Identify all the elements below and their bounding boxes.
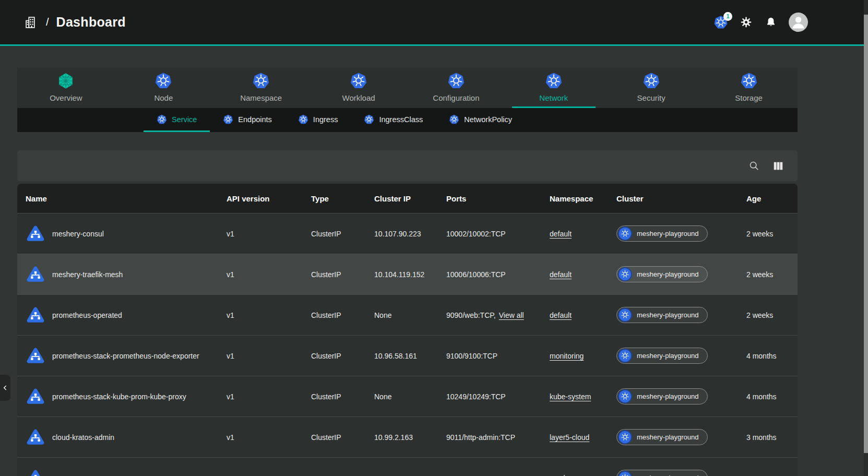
breadcrumb-separator: / (46, 16, 49, 28)
kubernetes-icon (157, 114, 167, 125)
column-header-ports[interactable]: Ports (446, 194, 550, 203)
service-icon (26, 387, 45, 407)
cluster-ip-cell: 10.96.58.161 (374, 352, 446, 360)
service-icon (26, 224, 45, 244)
column-header-name[interactable]: Name (17, 194, 227, 203)
kubernetes-icon (618, 267, 632, 281)
ports-cell: 10006/10006:TCP (446, 270, 550, 279)
kubernetes-icon (618, 227, 632, 241)
tab-security[interactable]: Security (602, 68, 700, 108)
table-row[interactable]: prometheus-stack-prometheus-node-exporte… (17, 335, 798, 376)
kubernetes-context-button[interactable]: 1 (714, 15, 728, 30)
column-header-type[interactable]: Type (311, 194, 374, 203)
scrollbar-thumb[interactable] (864, 15, 868, 453)
column-header-cluster[interactable]: Cluster (616, 194, 746, 203)
tab-storage[interactable]: Storage (700, 68, 798, 108)
cluster-chip[interactable]: meshery-playground (616, 307, 708, 323)
ports-cell: 10002/10002:TCP (446, 230, 550, 238)
type-cell: ClusterIP (311, 392, 374, 401)
namespace-link[interactable]: monitoring (550, 352, 584, 360)
service-icon (26, 346, 45, 366)
age-cell: 4 months (746, 352, 798, 360)
type-cell: ClusterIP (311, 352, 374, 360)
ports-cell: 9011/http-admin:TCP (446, 433, 550, 442)
kubernetes-icon (618, 349, 632, 363)
age-cell: 3 months (746, 433, 798, 442)
table-header-row: Name API version Type Cluster IP Ports N… (17, 184, 798, 213)
table-row[interactable]: cloud-kratos-admin v1 ClusterIP 10.99.2.… (17, 416, 798, 457)
kubernetes-icon (618, 389, 632, 403)
namespace-link[interactable]: meshery (550, 474, 578, 476)
subtab-service[interactable]: Service (144, 108, 210, 132)
subtab-networkpolicy[interactable]: NetworkPolicy (436, 108, 525, 132)
table-row[interactable]: meshery-consul v1 ClusterIP 10.107.90.22… (17, 213, 798, 254)
api-version-cell: v1 (227, 392, 311, 401)
cluster-chip[interactable]: meshery-playground (616, 470, 708, 476)
kubernetes-icon (154, 72, 172, 90)
cluster-ip-cell: 10.104.119.152 (374, 270, 446, 279)
api-version-cell: v1 (227, 311, 311, 319)
table-row[interactable]: prometheus-operated v1 ClusterIP None 90… (17, 294, 798, 335)
cluster-chip[interactable]: meshery-playground (616, 429, 708, 445)
subtab-ingressclass[interactable]: IngressClass (351, 108, 436, 132)
service-name: prometheus-operated (52, 311, 122, 319)
services-table: Name API version Type Cluster IP Ports N… (17, 184, 798, 476)
notifications-button[interactable] (764, 15, 778, 30)
cluster-chip[interactable]: meshery-playground (616, 225, 708, 242)
cluster-chip[interactable]: meshery-playground (616, 388, 708, 404)
network-subtabs: Service Endpoints Ingress IngressClass N… (17, 108, 798, 132)
api-version-cell: v1 (227, 270, 311, 279)
cluster-chip[interactable]: meshery-playground (616, 348, 708, 364)
namespace-link[interactable]: default (550, 270, 572, 279)
view-columns-icon[interactable] (772, 160, 784, 172)
namespace-link[interactable]: default (550, 311, 572, 319)
context-count-badge: 1 (723, 12, 732, 21)
kubernetes-icon (618, 471, 632, 476)
age-cell: 2 weeks (746, 230, 798, 238)
age-cell: 2 weeks (746, 270, 798, 279)
table-row[interactable]: prometheus-stack-kube-prom-kube-proxy v1… (17, 376, 798, 416)
subtab-endpoints[interactable]: Endpoints (210, 108, 285, 132)
namespace-link[interactable]: kube-system (550, 392, 591, 401)
tab-node[interactable]: Node (115, 68, 212, 108)
chevron-left-icon (2, 384, 9, 391)
kubernetes-icon (364, 114, 374, 125)
cluster-ip-cell: None (374, 392, 446, 401)
collapse-drawer-handle[interactable] (0, 375, 10, 401)
user-avatar[interactable] (789, 13, 808, 32)
bell-icon (765, 16, 777, 29)
type-cell: ClusterIP (311, 230, 374, 238)
namespace-link[interactable]: layer5-cloud (550, 433, 589, 442)
organization-building-icon[interactable] (24, 15, 39, 30)
table-row[interactable]: meshery meshery-playground (17, 457, 798, 476)
settings-button[interactable] (739, 15, 753, 30)
table-row[interactable]: meshery-traefik-mesh v1 ClusterIP 10.104… (17, 254, 798, 294)
tab-namespace[interactable]: Namespace (212, 68, 310, 108)
column-header-api-version[interactable]: API version (227, 194, 311, 203)
tab-workload[interactable]: Workload (310, 68, 408, 108)
column-header-age[interactable]: Age (746, 194, 798, 203)
kubernetes-icon (252, 72, 270, 90)
namespace-link[interactable]: default (550, 230, 572, 238)
page-scrollbar (864, 0, 868, 476)
app-header: / Dashboard 1 (0, 0, 868, 46)
type-cell: ClusterIP (311, 311, 374, 319)
tab-overview[interactable]: Overview (17, 68, 115, 108)
api-version-cell: v1 (227, 230, 311, 238)
age-cell: 4 months (746, 392, 798, 401)
view-all-link[interactable]: View all (499, 311, 524, 319)
subtab-ingress[interactable]: Ingress (285, 108, 351, 132)
kubernetes-icon (643, 72, 660, 90)
tab-network[interactable]: Network (505, 68, 602, 108)
kubernetes-icon (618, 308, 632, 322)
dashboard-screen: / Dashboard 1 (0, 0, 868, 476)
search-icon[interactable] (748, 160, 760, 172)
column-header-namespace[interactable]: Namespace (550, 194, 616, 203)
service-name: prometheus-stack-kube-prom-kube-proxy (52, 392, 186, 401)
meshery-logo-icon (57, 72, 75, 90)
person-icon (789, 13, 808, 32)
column-header-cluster-ip[interactable]: Cluster IP (374, 194, 446, 203)
cluster-chip[interactable]: meshery-playground (616, 266, 708, 282)
tab-configuration[interactable]: Configuration (408, 68, 505, 108)
ports-cell: 9090/web:TCP,View all (446, 311, 550, 319)
